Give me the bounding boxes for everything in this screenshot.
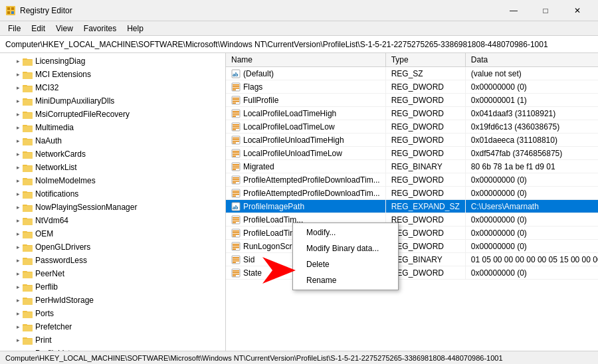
collapse-icon[interactable]: ▾ <box>13 349 23 351</box>
table-row[interactable]: ProfileAttemptedProfileDownloadTim... RE… <box>226 173 598 187</box>
context-menu-item-3[interactable]: Rename <box>293 272 398 288</box>
svg-rect-146 <box>233 219 239 220</box>
expand-icon[interactable]: ▸ <box>13 229 23 238</box>
menu-help[interactable]: Help <box>122 23 149 35</box>
table-row[interactable]: ProfileAttemptedProfileDownloadTim... RE… <box>226 187 598 200</box>
table-row[interactable]: State REG_DWORD 0x00000000 (0) <box>226 266 598 280</box>
tree-label: NaAuth <box>35 136 62 145</box>
tree-item[interactable]: ▸ PasswordLess <box>0 254 225 267</box>
folder-icon <box>23 202 33 213</box>
tree-item[interactable]: ▸ Print <box>0 333 225 347</box>
tree-item[interactable]: ▸ Ports <box>0 307 225 320</box>
expand-icon[interactable]: ▸ <box>13 296 23 305</box>
table-row[interactable]: RunLogonScrip... REG_DWORD 0x00000000 (0… <box>226 240 598 253</box>
tree-label: OpenGLDrivers <box>35 242 90 252</box>
tree-item[interactable]: ▸ MsiCorruptedFileRecovery <box>0 108 225 121</box>
expand-icon[interactable]: ▸ <box>13 269 23 278</box>
svg-rect-119 <box>233 139 239 140</box>
tree-item[interactable]: ▸ PeerNet <box>0 267 225 280</box>
menu-edit[interactable]: Edit <box>26 23 50 35</box>
tree-item[interactable]: ▸ MCI Extensions <box>0 68 225 81</box>
tree-item[interactable]: ▾ ProfileList <box>0 347 225 351</box>
svg-rect-49 <box>23 246 33 252</box>
maximize-button[interactable]: □ <box>530 0 561 21</box>
tree-item[interactable]: ▸ Perflib <box>0 280 225 294</box>
context-menu-item-0[interactable]: Modify... <box>293 225 398 240</box>
expand-icon[interactable]: ▸ <box>13 110 23 119</box>
svg-rect-135 <box>233 181 239 182</box>
expand-icon[interactable]: ▸ <box>13 335 23 345</box>
table-row[interactable]: ab (Default) REG_SZ (value not set) <box>226 67 598 80</box>
tree-label: LicensingDiag <box>35 56 85 66</box>
expand-icon[interactable]: ▸ <box>13 282 23 292</box>
svg-rect-151 <box>233 232 239 233</box>
folder-icon <box>23 268 33 279</box>
expand-icon[interactable]: ▸ <box>13 176 23 185</box>
expand-icon[interactable]: ▸ <box>13 203 23 212</box>
expand-icon[interactable]: ▸ <box>13 163 23 172</box>
tree-item[interactable]: ▸ NetworkCards <box>0 147 225 161</box>
expand-icon[interactable]: ▸ <box>13 242 23 252</box>
expand-icon[interactable]: ▸ <box>13 189 23 199</box>
expand-icon[interactable]: ▸ <box>13 149 23 159</box>
tree-item[interactable]: ▸ PerHwIdStorage <box>0 294 225 307</box>
tree-item[interactable]: ▸ NtVdm64 <box>0 214 225 227</box>
expand-icon[interactable]: ▸ <box>13 96 23 106</box>
tree-panel[interactable]: ▸ LicensingDiag▸ MCI Extensions▸ MCI32▸ <box>0 53 226 351</box>
tree-item[interactable]: ▸ NowPlayingSessionManager <box>0 201 225 214</box>
svg-rect-105 <box>233 101 239 102</box>
table-row[interactable]: Flags REG_DWORD 0x00000000 (0) <box>226 80 598 94</box>
tree-item[interactable]: ▸ Multimedia <box>0 121 225 134</box>
close-button[interactable]: ✕ <box>562 0 593 21</box>
name-cell: ProfileAttemptedProfileDownloadTim... <box>226 187 385 200</box>
table-row[interactable]: LocalProfileLoadTimeHigh REG_DWORD 0x041… <box>226 107 598 120</box>
expand-icon[interactable]: ▸ <box>13 322 23 331</box>
expand-icon[interactable]: ▸ <box>13 56 23 66</box>
tree-item[interactable]: ▸ NoImeModelmes <box>0 174 225 187</box>
menu-favorites[interactable]: Favorites <box>78 23 122 35</box>
expand-icon[interactable]: ▸ <box>13 136 23 145</box>
expand-icon[interactable]: ▸ <box>13 83 23 92</box>
tree-item[interactable]: ▸ LicensingDiag <box>0 54 225 68</box>
table-row[interactable]: Sid REG_BINARY 01 05 00 00 00 00 00 05 1… <box>226 253 598 266</box>
minimize-button[interactable]: — <box>498 0 529 21</box>
table-row[interactable]: LocalProfileLoadTimeLow REG_DWORD 0x19fd… <box>226 120 598 134</box>
reg-icon <box>231 215 241 225</box>
expand-icon[interactable]: ▸ <box>13 256 23 265</box>
svg-rect-61 <box>23 299 33 305</box>
tree-item[interactable]: ▸ MiniDumpAuxiliaryDlls <box>0 94 225 108</box>
tree-item[interactable]: ▸ NetworkList <box>0 161 225 174</box>
menu-view[interactable]: View <box>50 23 78 35</box>
expand-icon[interactable]: ▸ <box>13 70 23 79</box>
table-row[interactable]: LocalProfileUnloadTimeLow REG_DWORD 0xdf… <box>226 147 598 160</box>
svg-rect-1 <box>7 7 10 10</box>
tree-item[interactable]: ▸ NaAuth <box>0 134 225 147</box>
tree-item[interactable]: ▸ OpenGLDrivers <box>0 240 225 254</box>
regedit-icon <box>5 5 16 16</box>
table-row[interactable]: Migrated REG_BINARY 80 6b 78 1a be f1 d9… <box>226 160 598 173</box>
right-panel[interactable]: Name Type Data ab (Default) REG_SZ (valu… <box>226 53 598 351</box>
tree-label: NoImeModelmes <box>35 176 96 185</box>
folder-icon <box>23 215 33 226</box>
context-menu-item-1[interactable]: Modify Binary data... <box>293 240 398 256</box>
table-row[interactable]: LocalProfileUnloadTimeHigh REG_DWORD 0x0… <box>226 134 598 147</box>
table-row[interactable]: FullProfile REG_DWORD 0x00000001 (1) <box>226 94 598 107</box>
tree-item[interactable]: ▸ OEM <box>0 227 225 240</box>
table-row[interactable]: ProfileLoadTim... REG_DWORD 0x00000000 (… <box>226 227 598 240</box>
table-row[interactable]: ProfileLoadTim... REG_DWORD 0x00000000 (… <box>226 213 598 227</box>
reg-name: ProfileAttemptedProfileDownloadTim... <box>243 189 380 198</box>
reg-icon <box>231 122 241 132</box>
reg-icon: ab <box>231 202 241 211</box>
reg-icon <box>231 228 241 238</box>
menu-file[interactable]: File <box>3 23 26 35</box>
data-cell: C:\Users\Amarnath <box>465 200 598 213</box>
expand-icon[interactable]: ▸ <box>13 309 23 318</box>
expand-icon[interactable]: ▸ <box>13 123 23 132</box>
table-row[interactable]: ab ProfileImagePath REG_EXPAND_SZ C:\Use… <box>226 200 598 213</box>
tree-item[interactable]: ▸ Prefetcher <box>0 320 225 333</box>
svg-rect-123 <box>233 151 239 152</box>
expand-icon[interactable]: ▸ <box>13 216 23 225</box>
tree-item[interactable]: ▸ MCI32 <box>0 81 225 94</box>
context-menu-item-2[interactable]: Delete <box>293 256 398 272</box>
tree-item[interactable]: ▸ Notifications <box>0 187 225 201</box>
